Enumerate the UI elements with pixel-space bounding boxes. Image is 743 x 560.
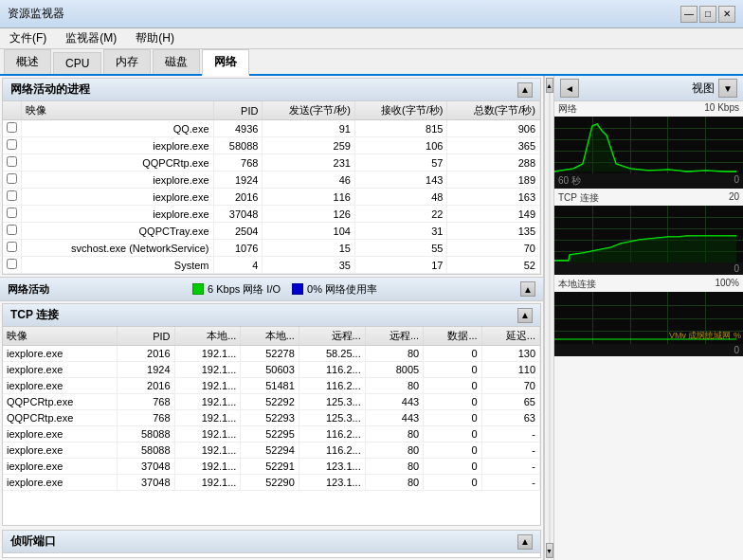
chart-network-value: 10 Kbps [704,102,739,116]
minimize-button[interactable]: — [680,6,698,23]
table-row[interactable]: iexplore.exe 37048 192.1... 52291 123.1.… [3,459,540,475]
tab-network[interactable]: 网络 [202,49,249,76]
tcp-row-remote-addr: 123.1... [299,475,365,491]
table-row[interactable]: iexplore.exe 58088 192.1... 52294 116.2.… [3,443,540,459]
row-checkbox[interactable] [3,206,22,223]
tcp-row-pid: 37048 [118,475,175,491]
tab-overview[interactable]: 概述 [4,49,51,74]
row-checkbox[interactable] [3,120,22,137]
row-recv: 48 [354,189,447,206]
tcp-col-local-addr: 本地... [174,327,241,346]
row-checkbox[interactable] [3,137,22,154]
table-row[interactable]: iexplore.exe 2016 116 48 163 [3,189,540,206]
tab-memory[interactable]: 内存 [103,49,151,74]
tcp-row-pid: 1924 [118,362,175,378]
tcp-col-data: 数据... [424,327,481,346]
table-row[interactable]: QQPCTray.exe 2504 104 31 135 [3,223,540,240]
table-row[interactable]: iexplore.exe 1924 46 143 189 [3,172,540,189]
network-activity-title: 网络活动 [8,282,49,297]
table-row[interactable]: iexplore.exe 37048 126 22 149 [3,206,540,223]
row-checkbox[interactable] [3,189,22,206]
table-row[interactable]: iexplore.exe 1924 192.1... 50603 116.2..… [3,362,540,378]
chart-network-labels: 网络 10 Kbps [554,101,743,117]
table-row[interactable]: iexplore.exe 2016 192.1... 52278 58.25..… [3,346,540,362]
row-checkbox[interactable] [3,223,22,240]
tcp-row-data: 0 [424,378,481,394]
tcp-table-wrapper: 映像 PID 本地... 本地... 远程... 远程... 数据... 延迟.… [3,327,540,525]
table-row[interactable]: System 4 35 17 52 [3,257,540,274]
scroll-down[interactable]: ▼ [546,543,553,558]
chart-tcp-svg [554,206,743,262]
tab-cpu[interactable]: CPU [53,52,101,74]
chart-network-bottom: 60 秒 0 [554,173,743,189]
tcp-row-remote-port: 80 [365,378,423,394]
table-row[interactable]: QQPCRtp.exe 768 192.1... 52292 125.3... … [3,394,540,410]
tcp-row-remote-addr: 116.2... [299,378,365,394]
network-process-collapse[interactable]: ▲ [517,82,533,98]
close-button[interactable]: ✕ [718,6,735,23]
row-checkbox[interactable] [3,154,22,172]
col-recv: 接收(字节/秒) [354,101,447,120]
table-row[interactable]: iexplore.exe 58088 192.1... 52295 116.2.… [3,426,540,443]
chart-local-area: VMv 成纲统城网 % [554,292,743,344]
row-recv: 17 [354,257,447,274]
menu-help[interactable]: 帮助(H) [130,28,180,48]
chart-local: 本地连接 100% VMv 成纲统城网 % [554,277,743,356]
table-row[interactable]: iexplore.exe 37048 192.1... 52290 123.1.… [3,475,540,491]
tcp-row-remote-addr: 123.1... [299,459,365,475]
back-button[interactable]: ◄ [560,79,579,98]
menu-monitor[interactable]: 监视器(M) [60,28,122,48]
listen-section: 侦听端口 ▲ [2,530,541,558]
tcp-row-local-port: 52278 [241,346,299,362]
row-total: 52 [447,257,540,274]
tcp-col-remote-port: 远程... [365,327,423,346]
row-checkbox[interactable] [3,172,22,189]
row-total: 70 [447,240,540,257]
table-row[interactable]: QQPCRtp.exe 768 231 57 288 [3,154,540,172]
row-recv: 57 [354,154,447,172]
tcp-col-remote-addr: 远程... [299,327,365,346]
tcp-row-delay: 63 [481,410,539,426]
row-pid: 2016 [213,189,263,206]
network-indicators: 6 Kbps 网络 I/O 0% 网络使用率 [192,282,377,297]
listen-collapse[interactable]: ▲ [517,534,533,550]
tcp-section: TCP 连接 ▲ 映像 PID 本地... 本地... 远程... 远程... … [2,303,541,526]
tcp-row-delay: - [481,459,539,475]
net-io-label: 6 Kbps 网络 I/O [208,282,281,297]
listen-header: 侦听端口 ▲ [3,531,540,553]
row-name: QQ.exe [22,120,214,137]
tcp-row-remote-port: 443 [365,410,423,426]
row-name: iexplore.exe [22,189,214,206]
scroll-up[interactable]: ▲ [546,78,553,93]
maximize-button[interactable]: □ [699,6,716,23]
tcp-row-local-addr: 192.1... [174,362,241,378]
view-dropdown[interactable]: ▼ [718,79,737,98]
tcp-row-remote-port: 80 [365,426,423,443]
tcp-row-delay: 65 [481,394,539,410]
tab-disk[interactable]: 磁盘 [153,49,200,74]
menu-file[interactable]: 文件(F) [4,28,52,48]
row-total: 135 [447,223,540,240]
row-send: 15 [263,240,355,257]
tcp-collapse[interactable]: ▲ [517,308,533,323]
table-row[interactable]: QQ.exe 4936 91 815 906 [3,120,540,137]
table-row[interactable]: svchost.exe (NetworkService) 1076 15 55 … [3,240,540,257]
table-row[interactable]: iexplore.exe 2016 192.1... 51481 116.2..… [3,378,540,394]
row-name: QQPCRtp.exe [22,154,214,172]
main-scrollbar[interactable]: ▲ ▼ [544,76,553,560]
row-checkbox[interactable] [3,240,22,257]
tcp-row-local-port: 52292 [241,394,299,410]
row-pid: 1924 [213,172,263,189]
tcp-row-name: QQPCRtp.exe [3,394,118,410]
network-activity-collapse[interactable]: ▲ [520,281,535,297]
listen-title: 侦听端口 [10,533,56,550]
row-checkbox[interactable] [3,257,22,274]
tcp-row-remote-addr: 125.3... [299,410,365,426]
table-row[interactable]: iexplore.exe 58088 259 106 365 [3,137,540,154]
row-total: 163 [447,189,540,206]
table-row[interactable]: QQPCRtp.exe 768 192.1... 52293 125.3... … [3,410,540,426]
tcp-row-name: iexplore.exe [3,346,118,362]
scroll-track [549,93,551,543]
net-io-indicator: 6 Kbps 网络 I/O [192,282,281,297]
chart-tcp-bottom: 0 [554,262,743,275]
